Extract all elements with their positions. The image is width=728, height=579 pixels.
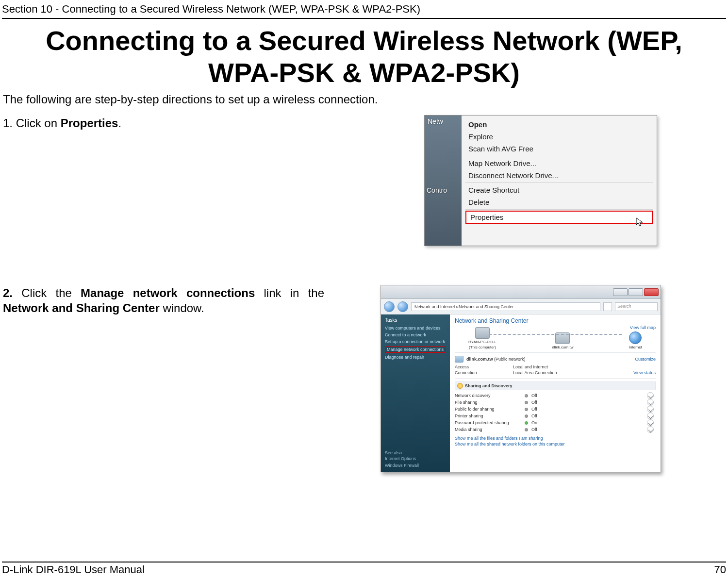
link-shared-folders[interactable]: Show me all the shared network folders o… (455, 442, 656, 447)
refresh-button[interactable] (603, 302, 612, 311)
step-2-num: 2. (3, 286, 21, 299)
sharing-row: Network discoveryOff (455, 392, 656, 399)
sharing-row: Password protected sharingOn (455, 419, 656, 426)
view-status-link[interactable]: View status (617, 370, 656, 375)
see-also-windows-firewall[interactable]: Windows Firewall (385, 463, 446, 468)
screenshot-network-sharing-center: Network and Internet Network and Sharing… (381, 285, 661, 472)
see-also-label: See also (385, 450, 446, 455)
ctx-item-scan[interactable]: Scan with AVG Free (463, 143, 656, 155)
sharing-row-state: Off (531, 393, 645, 398)
see-also-internet-options[interactable]: Internet Options (385, 456, 446, 461)
nsc-title: Network and Sharing Center (455, 317, 656, 324)
sharing-icon (457, 383, 463, 389)
access-connection-grid: Access Local and Internet Connection Loc… (455, 364, 656, 375)
desktop-strip: Netw Contro (425, 116, 462, 246)
page-title: Connecting to a Secured Wireless Network… (0, 19, 728, 92)
chevron-down-icon[interactable] (647, 399, 654, 406)
status-dot-icon (525, 414, 528, 418)
step-1-text: 1. Click on Properties. (3, 116, 406, 131)
sharing-row-label: Printer sharing (455, 414, 523, 418)
breadcrumb[interactable]: Network and Internet Network and Sharing… (411, 302, 600, 311)
sharing-row-state: Off (531, 414, 645, 418)
step-2-text: 2. Click the Manage network connections … (3, 286, 324, 315)
sharing-title: Sharing and Discovery (465, 383, 513, 388)
node1-label: RYAN-PC-DELL (468, 340, 496, 344)
ctx-item-delete[interactable]: Delete (463, 196, 656, 208)
customize-link[interactable]: Customize (635, 357, 656, 362)
net-name-rest: (Public network) (493, 357, 526, 362)
crumb-1[interactable]: Network and Internet (414, 304, 459, 309)
maximize-button[interactable] (629, 288, 643, 296)
computer-icon (475, 327, 490, 339)
ctx-sep (465, 209, 653, 210)
sharing-rows: Network discoveryOffFile sharingOffPubli… (455, 392, 656, 433)
task-setup-connection[interactable]: Set up a connection or network (385, 339, 446, 344)
sharing-row-state: Off (531, 427, 645, 432)
forward-button[interactable] (397, 301, 408, 312)
network-name-row: dlink.com.tw (Public network) (455, 356, 526, 363)
sharing-row: Media sharingOff (455, 426, 656, 433)
bottom-links: Show me all the files and folders I am s… (455, 435, 656, 447)
ctx-item-open[interactable]: Open (463, 118, 656, 131)
intro-paragraph: The following are step-by-step direction… (0, 92, 728, 115)
chevron-down-icon[interactable] (647, 406, 654, 413)
access-value: Local and Internet (513, 364, 617, 369)
link-files-sharing[interactable]: Show me all the files and folders I am s… (455, 436, 656, 441)
ctx-item-map-drive[interactable]: Map Network Drive... (463, 157, 656, 169)
page-footer: D-Link DIR-619L User Manual 70 (2, 562, 726, 576)
sharing-row: Printer sharingOff (455, 413, 656, 419)
chevron-down-icon[interactable] (647, 413, 654, 419)
network-map: View full map RYAN-PC-DELL (This compute… (455, 326, 656, 349)
context-menu: Open Explore Scan with AVG Free Map Netw… (462, 116, 657, 246)
sharing-row-label: File sharing (455, 400, 523, 405)
globe-icon (629, 331, 642, 344)
status-dot-icon (525, 421, 528, 425)
step-1-prefix: 1. Click on (3, 116, 61, 130)
screenshot-context-menu: Netw Contro Open Explore Scan with AVG F… (424, 115, 657, 246)
chevron-down-icon[interactable] (647, 426, 654, 433)
sharing-header: Sharing and Discovery (455, 381, 656, 390)
network-icon (455, 356, 463, 363)
map-node-router: dlink.com.tw (552, 332, 573, 349)
window-titlebar (381, 285, 661, 299)
connection-label: Connection (455, 370, 513, 375)
view-full-map-link[interactable]: View full map (630, 325, 656, 330)
node2-label: dlink.com.tw (552, 345, 573, 349)
net-name-bold: dlink.com.tw (466, 357, 493, 362)
status-dot-icon (525, 394, 528, 397)
step-2-t1: Click the (21, 286, 81, 299)
search-input[interactable]: Search (615, 302, 658, 311)
content-pane: Network and Sharing Center View full map… (450, 314, 661, 472)
step-1-suffix: . (118, 116, 121, 130)
section-header: Section 10 - Connecting to a Secured Wir… (0, 0, 728, 16)
task-connect-network[interactable]: Connect to a network (385, 332, 446, 337)
chevron-down-icon[interactable] (647, 419, 654, 426)
crumb-2[interactable]: Network and Sharing Center (459, 304, 514, 309)
step-2-t2: link in the (255, 286, 324, 299)
back-button[interactable] (384, 301, 395, 312)
step-1-bold: Properties (61, 116, 118, 130)
node1-sub: (This computer) (469, 345, 496, 349)
ctx-item-explore[interactable]: Explore (463, 131, 656, 143)
sharing-row-label: Media sharing (455, 427, 523, 432)
separator (455, 378, 656, 379)
task-diagnose[interactable]: Diagnose and repair (385, 355, 446, 360)
chevron-down-icon[interactable] (647, 392, 654, 399)
footer-page-number: 70 (714, 563, 726, 576)
desk-label-1: Netw (428, 117, 443, 125)
minimize-button[interactable] (613, 288, 628, 296)
sharing-row-label: Password protected sharing (455, 420, 523, 425)
task-manage-connections[interactable]: Manage network connections (385, 346, 446, 353)
close-button[interactable] (644, 288, 659, 296)
ctx-item-create-shortcut[interactable]: Create Shortcut (463, 184, 656, 196)
ctx-item-disconnect-drive[interactable]: Disconnect Network Drive... (463, 169, 656, 182)
step-2-t3: window. (160, 301, 204, 314)
sharing-row-state: On (531, 420, 645, 425)
status-dot-icon (525, 408, 528, 411)
sharing-row: Public folder sharingOff (455, 406, 656, 413)
ctx-item-properties[interactable]: Properties (465, 211, 653, 224)
task-view-computers[interactable]: View computers and devices (385, 326, 446, 331)
step-2-b2: Network and Sharing Center (3, 301, 160, 314)
footer-left: D-Link DIR-619L User Manual (2, 563, 145, 576)
step-1-row: 1. Click on Properties. Netw Contro Open… (0, 115, 728, 246)
